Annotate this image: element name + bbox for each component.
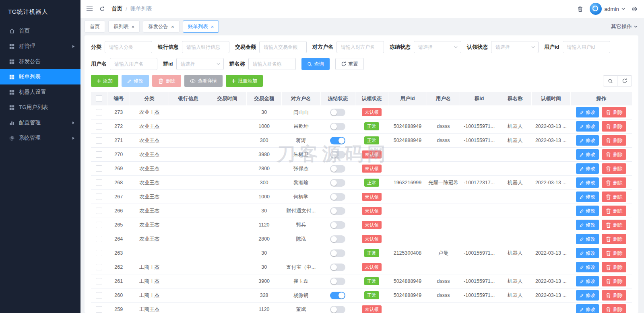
frozen-toggle[interactable] bbox=[330, 165, 345, 173]
row-delete-button[interactable]: 删除 bbox=[602, 304, 626, 313]
filter-input-group-name[interactable] bbox=[248, 58, 296, 70]
sidebar-item-tg-user-list[interactable]: TG用户列表 bbox=[0, 100, 80, 115]
row-edit-button[interactable]: 修改 bbox=[576, 206, 599, 216]
sidebar-item-system-manage[interactable]: 系统管理 bbox=[0, 130, 80, 146]
row-checkbox[interactable] bbox=[96, 222, 102, 228]
row-delete-button[interactable]: 删除 bbox=[602, 290, 626, 301]
frozen-toggle[interactable] bbox=[330, 278, 345, 285]
row-delete-button[interactable]: 删除 bbox=[602, 177, 626, 188]
user-menu[interactable]: admin bbox=[590, 3, 625, 15]
row-checkbox[interactable] bbox=[96, 123, 102, 130]
row-delete-button[interactable]: 删除 bbox=[602, 234, 626, 244]
row-edit-button[interactable]: 修改 bbox=[576, 290, 599, 301]
frozen-toggle[interactable] bbox=[330, 193, 345, 201]
row-checkbox[interactable] bbox=[96, 292, 102, 299]
refresh-page-icon[interactable] bbox=[99, 6, 105, 12]
row-checkbox[interactable] bbox=[96, 194, 102, 200]
view-detail-button[interactable]: 查看详情 bbox=[184, 75, 223, 87]
row-edit-button[interactable]: 修改 bbox=[576, 248, 599, 258]
add-button[interactable]: 添加 bbox=[91, 75, 118, 87]
row-delete-button[interactable]: 删除 bbox=[602, 220, 626, 230]
frozen-toggle[interactable] bbox=[330, 137, 345, 144]
filter-select-frozen-status[interactable]: 请选择 bbox=[414, 41, 461, 53]
row-delete-button[interactable]: 删除 bbox=[602, 276, 626, 286]
frozen-toggle[interactable] bbox=[330, 151, 345, 159]
filter-input-user-id[interactable] bbox=[563, 41, 610, 53]
row-edit-button[interactable]: 修改 bbox=[576, 177, 599, 188]
row-edit-button[interactable]: 修改 bbox=[576, 121, 599, 132]
frozen-toggle[interactable] bbox=[330, 306, 345, 313]
row-checkbox[interactable] bbox=[96, 264, 102, 270]
row-edit-button[interactable]: 修改 bbox=[576, 262, 599, 272]
row-edit-button[interactable]: 修改 bbox=[576, 135, 599, 146]
close-icon[interactable]: × bbox=[171, 24, 174, 29]
close-icon[interactable]: × bbox=[211, 24, 214, 29]
frozen-toggle[interactable] bbox=[330, 207, 345, 215]
menu-collapse-icon[interactable] bbox=[86, 6, 93, 12]
row-checkbox[interactable] bbox=[96, 236, 102, 242]
sidebar-item-robot-settings[interactable]: 机器人设置 bbox=[0, 84, 80, 100]
row-checkbox[interactable] bbox=[96, 151, 102, 158]
frozen-toggle[interactable] bbox=[330, 109, 345, 116]
row-edit-button[interactable]: 修改 bbox=[576, 107, 599, 117]
row-delete-button[interactable]: 删除 bbox=[602, 206, 626, 216]
row-delete-button[interactable]: 删除 bbox=[602, 248, 626, 258]
table-refresh-button[interactable] bbox=[617, 75, 632, 86]
tab-group-broadcast[interactable]: 群发公告× bbox=[143, 21, 180, 33]
filter-input-counterparty-name[interactable] bbox=[336, 41, 384, 53]
frozen-toggle[interactable] bbox=[330, 292, 345, 299]
delete-button[interactable]: 删除 bbox=[152, 75, 181, 87]
filter-input-bank-info[interactable] bbox=[182, 41, 229, 53]
row-delete-button[interactable]: 删除 bbox=[602, 107, 626, 117]
other-actions-dropdown[interactable]: 其它操作 bbox=[611, 23, 638, 30]
filter-input-trade-amount[interactable] bbox=[259, 41, 307, 53]
row-edit-button[interactable]: 修改 bbox=[576, 220, 599, 230]
row-checkbox[interactable] bbox=[96, 179, 102, 186]
row-checkbox[interactable] bbox=[96, 109, 102, 115]
trash-icon[interactable] bbox=[577, 6, 583, 12]
close-icon[interactable]: × bbox=[132, 24, 135, 29]
row-edit-button[interactable]: 修改 bbox=[576, 276, 599, 286]
row-delete-button[interactable]: 删除 bbox=[602, 135, 626, 146]
sidebar-item-group-broadcast[interactable]: 群发公告 bbox=[0, 54, 80, 69]
filter-select-group-id[interactable]: 请选择 bbox=[176, 58, 224, 70]
search-button[interactable]: 查询 bbox=[301, 58, 330, 70]
reset-button[interactable]: 重置 bbox=[335, 58, 364, 70]
frozen-toggle[interactable] bbox=[330, 123, 345, 130]
row-checkbox[interactable] bbox=[96, 306, 102, 313]
frozen-toggle[interactable] bbox=[330, 221, 345, 229]
row-checkbox[interactable] bbox=[96, 137, 102, 144]
row-delete-button[interactable]: 删除 bbox=[602, 163, 626, 174]
frozen-toggle[interactable] bbox=[330, 179, 345, 187]
tab-home[interactable]: 首页 bbox=[85, 21, 105, 33]
sidebar-item-config-manage[interactable]: 配置管理 bbox=[0, 115, 80, 130]
batch-add-button[interactable]: 批量添加 bbox=[226, 75, 263, 87]
filter-input-username[interactable] bbox=[110, 58, 157, 70]
edit-button[interactable]: 修改 bbox=[122, 75, 149, 87]
tab-bill-list[interactable]: 账单列表× bbox=[183, 21, 219, 33]
row-checkbox[interactable] bbox=[96, 165, 102, 172]
tab-group-list[interactable]: 群列表× bbox=[108, 21, 140, 33]
row-delete-button[interactable]: 删除 bbox=[602, 121, 626, 132]
filter-select-claim-status[interactable]: 请选择 bbox=[491, 41, 539, 53]
frozen-toggle[interactable] bbox=[330, 264, 345, 271]
filter-input-category[interactable] bbox=[105, 41, 152, 53]
frozen-toggle[interactable] bbox=[330, 249, 345, 257]
frozen-toggle[interactable] bbox=[330, 235, 345, 243]
row-delete-button[interactable]: 删除 bbox=[602, 262, 626, 272]
user-avatar[interactable] bbox=[590, 3, 602, 15]
row-edit-button[interactable]: 修改 bbox=[576, 304, 599, 313]
row-edit-button[interactable]: 修改 bbox=[576, 163, 599, 174]
row-edit-button[interactable]: 修改 bbox=[576, 234, 599, 244]
row-checkbox[interactable] bbox=[96, 250, 102, 256]
breadcrumb-home[interactable]: 首页 bbox=[111, 5, 122, 12]
select-all-checkbox[interactable] bbox=[96, 95, 102, 102]
row-checkbox[interactable] bbox=[96, 208, 102, 214]
sidebar-item-bill-list[interactable]: 账单列表 bbox=[0, 69, 80, 84]
row-edit-button[interactable]: 修改 bbox=[576, 192, 599, 202]
sidebar-item-home[interactable]: 首页 bbox=[0, 23, 80, 39]
row-edit-button[interactable]: 修改 bbox=[576, 149, 599, 160]
row-delete-button[interactable]: 删除 bbox=[602, 192, 626, 202]
table-search-button[interactable] bbox=[603, 75, 617, 86]
row-checkbox[interactable] bbox=[96, 278, 102, 284]
